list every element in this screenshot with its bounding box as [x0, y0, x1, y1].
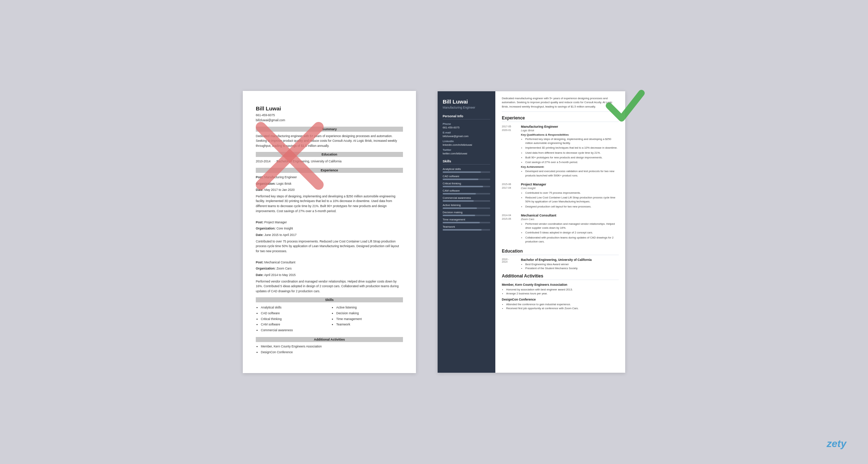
skill-name-label: CAM software	[443, 189, 490, 192]
additional-bullet-list: Attended the conference to gain industri…	[502, 302, 619, 311]
exp-dates: 2015-06 2017-04	[502, 183, 518, 209]
left-experience-content: Post: Manufacturing Engineer Organizatio…	[256, 175, 403, 294]
skill-bar-fill	[443, 200, 474, 202]
skill-bar-background	[443, 200, 490, 202]
exp-dates: 2014-04 2015-05	[502, 214, 518, 244]
exp-bullet-item: Contributed to over 75 process improveme…	[525, 191, 619, 195]
skill-item: Active listening	[443, 203, 490, 209]
skill-bar-fill	[443, 215, 475, 216]
experience-entry: 2015-06 2017-04Project ManagerCore Insig…	[502, 183, 619, 209]
experience-entries: 2017-05 2020-01Manufacturing EngineerLog…	[502, 125, 619, 244]
sidebar-twitter: twitter.com/billzluwai	[443, 152, 490, 155]
resume-right: Bill Luwai Manufacturing Engineer Person…	[438, 91, 625, 373]
exp-bullet-item: Used data from different teams to decrea…	[525, 151, 619, 155]
skill-name-label: Analytical skills	[443, 167, 490, 171]
exp-title: Manufacturing Engineer	[521, 125, 619, 128]
skill-name-label: CAD software	[443, 175, 490, 178]
main-summary: Dedicated manufacturing engineer with 5+…	[502, 96, 619, 112]
edu-bullet-item: Best Engineering Idea Award winner	[525, 262, 619, 266]
skill-bar-fill	[443, 207, 477, 209]
skill-name-label: Critical thinking	[443, 182, 490, 185]
exp-bullet-item: Implemented 3D printing techniques that …	[525, 146, 619, 150]
left-additional-header: Additional Activities	[256, 337, 403, 342]
sidebar-skills-header: Skills	[443, 159, 490, 165]
exp-achievement-item: Developed and executed process validatio…	[525, 169, 619, 178]
edu-bullet-list: Best Engineering Idea Award winnerPresid…	[521, 262, 619, 271]
exp-title: Project Manager	[521, 183, 619, 186]
sidebar-title: Manufacturing Engineer	[443, 106, 490, 109]
exp-dates: 2017-05 2020-01	[502, 125, 518, 178]
additional-bullet-list: Honored by association with best enginee…	[502, 288, 619, 296]
left-name: Bill Luwai	[256, 105, 403, 111]
skill-bar-fill	[443, 229, 482, 231]
edu-bullet-item: President of the Student Mechanics Socie…	[525, 266, 619, 270]
exp-content: Project ManagerCore InsightContributed t…	[521, 183, 619, 209]
left-summary-text: Dedicated manufacturing engineer with 5+…	[256, 134, 403, 149]
sidebar-twitter-label: Twitter	[443, 148, 490, 152]
skill-name-label: Teamwork	[443, 225, 490, 228]
additional-bullet-item: Received first job opportunity at confer…	[506, 306, 619, 310]
skill-item: Decision making	[443, 211, 490, 216]
left-additional-content: Member, Kern County Engineers Associatio…	[256, 344, 403, 355]
left-contact: 661-459-6075 billzluwai@gmail.com	[256, 113, 403, 123]
sidebar-phone: 661-459-6075	[443, 126, 490, 129]
resume-sidebar: Bill Luwai Manufacturing Engineer Person…	[438, 91, 495, 373]
left-education-content: 2010-2014 · Bachelor of Engineering, Uni…	[256, 159, 403, 164]
skill-bar-background	[443, 229, 490, 231]
left-education-header: Education	[256, 152, 403, 157]
experience-entry: 2017-05 2020-01Manufacturing EngineerLog…	[502, 125, 619, 178]
additional-bullet-item: Honored by association with best enginee…	[506, 288, 619, 292]
exp-bullet-list: Contributed to over 75 process improveme…	[521, 191, 619, 209]
skill-name-label: Commercial awareness	[443, 196, 490, 200]
exp-bullet-list: Performed key steps of designing, implem…	[521, 137, 619, 165]
skill-name-label: Time management	[443, 218, 490, 221]
exp-bullet-item: Reduced Low Cost Container Load Lift Str…	[525, 196, 619, 204]
skill-bar-background	[443, 222, 490, 223]
left-experience-header: Experience	[256, 168, 403, 173]
skill-bar-background	[443, 171, 490, 173]
exp-bullet-item: Performed vendor coordination and manage…	[525, 222, 619, 230]
exp-bullet-item: Built 90+ prototypes for new products an…	[525, 156, 619, 159]
skill-bar-background	[443, 179, 490, 180]
exp-bullet-item: Contributed 5 ideas adopted in design of…	[525, 231, 619, 235]
additional-bullet-item: Arrange 2 business tours per year.	[506, 292, 619, 296]
resume-main: Dedicated manufacturing engineer with 5+…	[495, 91, 625, 373]
sidebar-personal-header: Personal Info	[443, 114, 490, 119]
resume-left: Bill Luwai 661-459-6075 billzluwai@gmail…	[243, 91, 416, 373]
skills-bars: Analytical skillsCAD softwareCritical th…	[443, 167, 490, 231]
sidebar-email-label: E-mail	[443, 131, 490, 134]
education-entries: 2010 - 2014Bachelor of Engineering, Univ…	[502, 258, 619, 271]
edu-content: Bachelor of Engineering, University of C…	[521, 258, 619, 271]
skill-bar-fill	[443, 222, 480, 223]
edu-dates: 2010 - 2014	[502, 258, 518, 271]
exp-content: Manufacturing EngineerLogic BriskKey Qua…	[521, 125, 619, 178]
skill-bar-background	[443, 207, 490, 209]
additional-activity-title: DesignCon Conference	[502, 298, 619, 301]
exp-company: Core Insight	[521, 187, 619, 190]
zety-watermark: zety	[827, 438, 846, 450]
exp-bullet-item: Designed production cell layout for two …	[525, 205, 619, 209]
skill-item: Analytical skills	[443, 167, 490, 173]
exp-achievement-header: Key Achievement:	[521, 165, 619, 168]
additional-activity-title: Member, Kern County Engineers Associatio…	[502, 283, 619, 286]
skill-item: CAM software	[443, 189, 490, 194]
skill-bar-background	[443, 215, 490, 216]
skill-item: Teamwork	[443, 225, 490, 231]
skill-bar-fill	[443, 179, 478, 180]
edu-degree: Bachelor of Engineering, University of C…	[521, 258, 619, 262]
skill-item: Commercial awareness	[443, 196, 490, 202]
skill-bar-background	[443, 193, 490, 194]
skill-bar-fill	[443, 171, 481, 173]
left-summary-header: Summary	[256, 127, 403, 132]
exp-company: Zoom Cars	[521, 218, 619, 221]
exp-achievement-list: Developed and executed process validatio…	[521, 169, 619, 178]
skill-item: Critical thinking	[443, 182, 490, 187]
additional-entries: Member, Kern County Engineers Associatio…	[502, 283, 619, 311]
experience-section-title: Experience	[502, 115, 619, 122]
exp-content: Mechanical ConsultantZoom CarsPerformed …	[521, 214, 619, 244]
skill-item: CAD software	[443, 175, 490, 180]
education-entry: 2010 - 2014Bachelor of Engineering, Univ…	[502, 258, 619, 271]
additional-bullet-item: Attended the conference to gain industri…	[506, 302, 619, 306]
skill-name-label: Active listening	[443, 203, 490, 207]
education-section-title: Education	[502, 249, 619, 255]
